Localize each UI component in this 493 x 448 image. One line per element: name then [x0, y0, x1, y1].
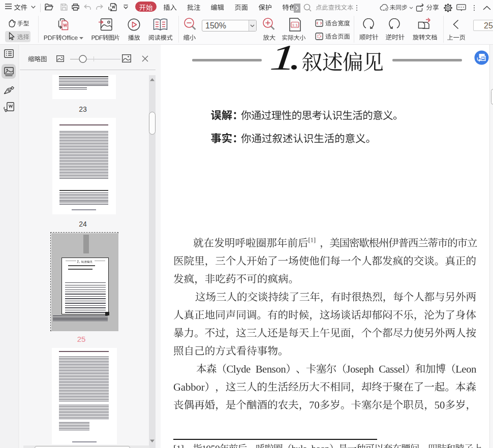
svg-text:1:1: 1:1	[292, 23, 298, 27]
